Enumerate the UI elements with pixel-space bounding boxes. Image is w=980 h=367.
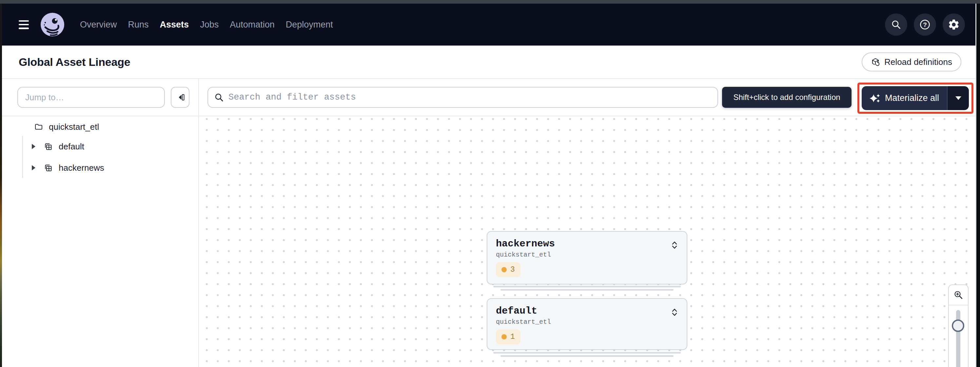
zoom-control-panel xyxy=(948,284,969,367)
asset-count: 3 xyxy=(510,265,515,274)
nav-item-deployment[interactable]: Deployment xyxy=(286,20,333,30)
main-nav: Overview Runs Assets Jobs Automation Dep… xyxy=(80,20,333,30)
help-icon: ? xyxy=(919,19,931,30)
window-top-edge xyxy=(0,0,980,3)
zoom-in-button[interactable] xyxy=(949,285,968,305)
global-search-button[interactable] xyxy=(885,13,907,36)
chevron-down-icon xyxy=(955,96,961,100)
desktop-left-sliver xyxy=(0,3,2,367)
collapsed-stack-line xyxy=(493,286,681,288)
collapse-panel-icon xyxy=(176,93,185,102)
materialize-all-label: Materialize all xyxy=(885,93,939,103)
tree-item-label: quickstart_etl xyxy=(49,122,99,132)
nav-item-overview[interactable]: Overview xyxy=(80,20,117,30)
tree-item-default[interactable]: default xyxy=(32,141,84,152)
settings-button[interactable] xyxy=(943,13,965,36)
jump-to-input[interactable] xyxy=(18,87,165,108)
navbar-actions: ? xyxy=(885,13,965,36)
nav-item-jobs[interactable]: Jobs xyxy=(200,20,219,30)
asset-group-icon xyxy=(44,163,53,172)
config-tooltip: Shift+click to add configuration xyxy=(722,87,851,108)
nav-item-runs[interactable]: Runs xyxy=(128,20,149,30)
nav-item-automation[interactable]: Automation xyxy=(230,20,275,30)
page-title: Global Asset Lineage xyxy=(19,56,130,68)
node-title: hackernews xyxy=(496,238,678,249)
collapsed-stack-line xyxy=(501,355,673,357)
node-title: default xyxy=(496,305,678,316)
collapsed-stack-line xyxy=(501,289,673,291)
collapse-sidebar-button[interactable] xyxy=(171,87,189,108)
help-button[interactable]: ? xyxy=(914,13,936,36)
hamburger-menu-button[interactable] xyxy=(19,20,29,29)
asset-tree-sidebar xyxy=(2,116,199,367)
reload-definitions-button[interactable]: Reload definitions xyxy=(862,52,961,71)
status-dot xyxy=(501,267,507,272)
hamburger-icon xyxy=(19,20,29,22)
asset-search-field xyxy=(207,87,718,108)
reload-cube-icon xyxy=(871,57,880,67)
zoom-in-icon xyxy=(953,290,963,300)
search-icon xyxy=(214,92,224,102)
asset-search-input[interactable] xyxy=(228,92,711,102)
page-header: Global Asset Lineage Reload definitions xyxy=(2,46,975,79)
zoom-slider-thumb[interactable] xyxy=(952,319,964,332)
materialize-all-button[interactable]: Materialize all xyxy=(862,86,947,110)
top-navbar: Overview Runs Assets Jobs Automation Dep… xyxy=(2,3,975,46)
sparkles-icon xyxy=(870,92,881,104)
group-node-hackernews[interactable]: hackernews quickstart_etl 3 xyxy=(487,231,687,284)
tooltip-text: Shift+click to add configuration xyxy=(733,93,840,102)
tree-item-label: hackernews xyxy=(59,163,104,173)
group-node-default[interactable]: default quickstart_etl 1 xyxy=(487,298,687,350)
node-subtitle: quickstart_etl xyxy=(496,318,678,326)
caret-right-icon[interactable] xyxy=(32,165,35,170)
svg-text:?: ? xyxy=(923,21,927,28)
status-dot xyxy=(501,334,507,340)
tree-item-hackernews[interactable]: hackernews xyxy=(32,162,104,173)
nav-item-assets[interactable]: Assets xyxy=(160,20,189,30)
unfold-group-icon[interactable] xyxy=(670,307,679,317)
unfold-group-icon[interactable] xyxy=(670,240,679,250)
caret-right-icon[interactable] xyxy=(32,144,35,149)
tree-item-quickstart-etl[interactable]: quickstart_etl xyxy=(34,122,99,132)
zoom-slider-track[interactable] xyxy=(956,310,960,367)
materialize-all-split-button: Materialize all xyxy=(862,86,969,110)
status-badge: 1 xyxy=(496,329,520,345)
asset-group-icon xyxy=(44,142,53,151)
desktop-right-sliver xyxy=(975,3,980,367)
folder-icon xyxy=(34,122,43,132)
node-subtitle: quickstart_etl xyxy=(496,251,678,259)
gear-icon xyxy=(948,18,960,31)
status-badge: 3 xyxy=(496,262,520,277)
search-icon xyxy=(891,19,902,30)
reload-definitions-label: Reload definitions xyxy=(884,57,952,67)
collapsed-stack-line xyxy=(493,352,681,354)
tree-item-label: default xyxy=(59,141,84,152)
dagster-logo xyxy=(41,13,64,37)
tree-indent-guide xyxy=(22,136,23,178)
materialize-options-button[interactable] xyxy=(947,86,969,110)
asset-count: 1 xyxy=(510,333,515,341)
